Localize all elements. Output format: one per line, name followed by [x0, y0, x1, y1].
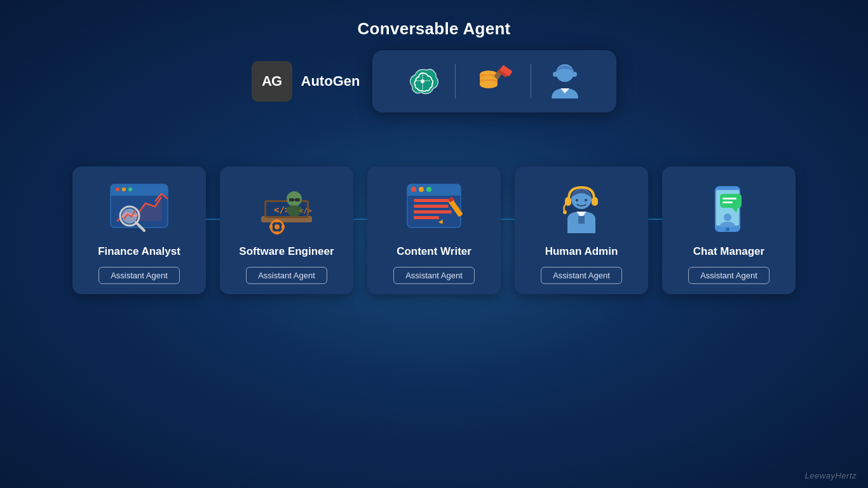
svg-rect-37	[275, 219, 279, 222]
svg-rect-42	[289, 198, 294, 201]
svg-point-25	[116, 187, 119, 191]
content-writer-badge: Assistant Agent	[393, 267, 475, 284]
software-engineer-name: Software Engineer	[239, 245, 334, 258]
diagram: Conversable Agent AG AutoGen	[0, 0, 868, 488]
chat-manager-name: Chat Manager	[693, 245, 764, 258]
admin-icon	[550, 180, 613, 238]
svg-rect-65	[578, 216, 585, 224]
human-admin-badge: Assistant Agent	[541, 267, 622, 284]
svg-rect-53	[414, 205, 449, 208]
svg-rect-38	[275, 231, 279, 234]
user-icon	[546, 62, 583, 101]
top-row: AG AutoGen	[252, 50, 617, 112]
ag-logo: AG	[252, 61, 292, 102]
user-section	[531, 62, 599, 101]
svg-point-49	[411, 187, 416, 192]
svg-point-68	[726, 227, 729, 231]
tools-icon	[471, 63, 515, 100]
openai-icon	[405, 64, 440, 98]
software-engineer-card: </>	[220, 166, 353, 294]
svg-point-36	[275, 224, 280, 229]
chat-manager-card: Chat Manager Assistant Agent	[662, 166, 796, 294]
svg-rect-24	[111, 190, 168, 196]
svg-rect-55	[414, 216, 439, 219]
finance-analyst-card: Finance Analyst Assistant Agent	[72, 166, 206, 294]
finance-analyst-badge: Assistant Agent	[98, 267, 180, 284]
svg-point-3	[421, 79, 424, 83]
content-writer-card: Content Writer Assistant Agent	[367, 166, 501, 294]
autogen-label: AutoGen	[301, 73, 360, 90]
svg-rect-39	[269, 225, 273, 229]
chat-manager-badge: Assistant Agent	[688, 267, 770, 284]
svg-point-26	[122, 187, 126, 191]
page-title: Conversable Agent	[357, 19, 510, 39]
svg-point-8	[480, 81, 498, 88]
openai-section	[390, 64, 455, 98]
svg-point-73	[724, 214, 731, 221]
svg-rect-61	[592, 197, 598, 206]
chat-icon	[697, 180, 761, 238]
engineer-icon: </>	[255, 180, 318, 238]
finance-analyst-name: Finance Analyst	[98, 245, 180, 258]
svg-rect-52	[414, 199, 454, 202]
watermark: LeewayHertz	[805, 471, 857, 480]
svg-point-51	[426, 187, 431, 192]
svg-rect-69	[720, 194, 742, 208]
finance-icon	[107, 180, 171, 238]
svg-point-64	[585, 199, 587, 201]
software-engineer-badge: Assistant Agent	[246, 267, 327, 284]
svg-text:</>: </>	[299, 207, 312, 215]
agents-row: Finance Analyst Assistant Agent </>	[72, 166, 796, 294]
svg-rect-71	[722, 198, 736, 200]
svg-rect-72	[722, 201, 733, 203]
svg-rect-43	[295, 198, 300, 201]
svg-point-13	[553, 72, 558, 77]
human-admin-name: Human Admin	[545, 245, 618, 258]
writer-icon	[402, 180, 466, 238]
human-admin-card: Human Admin Assistant Agent	[515, 166, 648, 294]
svg-point-27	[128, 187, 132, 191]
tools-section	[456, 63, 531, 100]
svg-point-63	[576, 199, 578, 201]
svg-rect-54	[414, 210, 452, 214]
svg-rect-40	[281, 225, 285, 229]
conversable-card	[372, 50, 616, 112]
autogen-box: AG AutoGen	[252, 61, 360, 102]
svg-point-50	[419, 187, 424, 192]
svg-point-62	[563, 210, 567, 214]
svg-point-14	[572, 72, 577, 77]
content-writer-name: Content Writer	[397, 245, 471, 258]
